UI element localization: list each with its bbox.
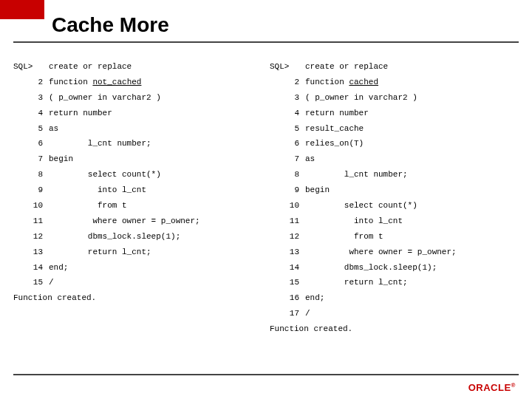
- line-number: 15: [13, 275, 43, 290]
- line-number: 8: [13, 167, 43, 183]
- code-text: as: [305, 151, 315, 167]
- code-line: 4return number: [270, 106, 519, 121]
- line-number: 3: [13, 90, 43, 106]
- code-line: 13 where owner = p_owner;: [270, 245, 519, 260]
- code-text: begin: [49, 151, 73, 167]
- line-number: 7: [270, 151, 299, 167]
- function-name: cached: [349, 75, 378, 90]
- code-line: 14 dbms_lock.sleep(1);: [270, 260, 519, 276]
- code-text: as: [49, 121, 58, 137]
- line-number: 3: [270, 90, 299, 106]
- line-number: 4: [13, 106, 43, 121]
- code-line: 15 return l_cnt;: [270, 275, 519, 290]
- code-line: 6 l_cnt number;: [13, 136, 262, 151]
- logo-text: ORACLE: [468, 382, 511, 393]
- line-number: 5: [13, 121, 43, 137]
- code-line: 16end;: [270, 290, 519, 306]
- code-text: l_cnt number;: [305, 167, 408, 183]
- logo-reg: ®: [511, 382, 516, 389]
- code-line: 6relies_on(T): [270, 136, 519, 151]
- code-line: 3( p_owner in varchar2 ): [13, 90, 262, 106]
- code-line: 5as: [13, 121, 262, 137]
- line-number: 13: [270, 245, 299, 260]
- sql-prompt: SQL>: [270, 59, 299, 75]
- code-text: create or replace: [305, 59, 388, 75]
- code-text: /: [49, 275, 54, 290]
- code-text: begin: [305, 183, 330, 198]
- code-line: 11 where owner = p_owner;: [13, 214, 262, 229]
- code-text: end;: [305, 290, 324, 306]
- code-left: SQL>create or replace2function not_cache…: [13, 59, 262, 337]
- code-text: l_cnt number;: [49, 136, 151, 151]
- code-line: 7as: [270, 151, 519, 167]
- code-right: SQL>create or replace2function cached3( …: [270, 59, 519, 337]
- code-line: 9 into l_cnt: [13, 183, 262, 198]
- code-line: SQL>create or replace: [13, 59, 262, 75]
- result-line: Function created.: [13, 290, 262, 306]
- line-number: 4: [270, 106, 299, 121]
- line-number: 13: [13, 245, 43, 260]
- code-text: from t: [305, 229, 383, 245]
- sql-prompt: SQL>: [13, 59, 43, 75]
- code-line: 4return number: [13, 106, 262, 121]
- bottom-divider: [13, 374, 519, 375]
- line-number: 17: [270, 306, 299, 321]
- code-line: 2function cached: [270, 75, 519, 90]
- code-text: ( p_owner in varchar2 ): [49, 90, 161, 106]
- code-line: 14end;: [13, 260, 262, 276]
- line-number: 7: [13, 151, 43, 167]
- code-line: SQL>create or replace: [270, 59, 519, 75]
- code-text: select count(*): [305, 198, 417, 214]
- code-line: 10 select count(*): [270, 198, 519, 214]
- code-text: dbms_lock.sleep(1);: [49, 229, 180, 245]
- code-line: 9begin: [270, 183, 519, 198]
- line-number: 11: [270, 214, 299, 229]
- code-text: return l_cnt;: [49, 245, 151, 260]
- code-line: 8 l_cnt number;: [270, 167, 519, 183]
- line-number: 6: [270, 136, 299, 151]
- result-line: Function created.: [270, 321, 519, 337]
- code-line: 7begin: [13, 151, 262, 167]
- code-columns: SQL>create or replace2function not_cache…: [13, 59, 519, 337]
- function-name: not_cached: [92, 75, 141, 90]
- line-number: 16: [270, 290, 299, 306]
- code-text: return number: [49, 106, 112, 121]
- code-text: into l_cnt: [305, 214, 403, 229]
- code-line: 8 select count(*): [13, 167, 262, 183]
- line-number: 10: [270, 198, 299, 214]
- code-text: /: [305, 306, 310, 321]
- code-text: into l_cnt: [49, 183, 146, 198]
- top-divider: [13, 41, 519, 43]
- line-number: 2: [270, 75, 299, 90]
- line-number: 5: [270, 121, 299, 137]
- code-line: 10 from t: [13, 198, 262, 214]
- line-number: 10: [13, 198, 43, 214]
- code-text: where owner = p_owner;: [49, 214, 200, 229]
- code-text: ( p_owner in varchar2 ): [305, 90, 417, 106]
- code-text: dbms_lock.sleep(1);: [305, 260, 437, 276]
- code-text: create or replace: [49, 59, 132, 75]
- code-text: where owner = p_owner;: [305, 245, 457, 260]
- code-line: 12 dbms_lock.sleep(1);: [13, 229, 262, 245]
- code-text: select count(*): [49, 167, 161, 183]
- code-line: 13 return l_cnt;: [13, 245, 262, 260]
- code-text: relies_on(T): [305, 136, 364, 151]
- code-line: 3( p_owner in varchar2 ): [270, 90, 519, 106]
- line-number: 14: [13, 260, 43, 276]
- line-number: 12: [270, 229, 299, 245]
- oracle-logo: ORACLE®: [468, 382, 516, 393]
- line-number: 6: [13, 136, 43, 151]
- code-text: end;: [49, 260, 68, 276]
- code-line: 2function not_cached: [13, 75, 262, 90]
- line-number: 12: [13, 229, 43, 245]
- brand-block: [0, 0, 44, 19]
- line-number: 15: [270, 275, 299, 290]
- line-number: 2: [13, 75, 43, 90]
- line-number: 11: [13, 214, 43, 229]
- code-text: return number: [305, 106, 369, 121]
- line-number: 8: [270, 167, 299, 183]
- code-text: function: [305, 75, 349, 90]
- code-text: return l_cnt;: [305, 275, 408, 290]
- line-number: 14: [270, 260, 299, 276]
- code-text: result_cache: [305, 121, 364, 137]
